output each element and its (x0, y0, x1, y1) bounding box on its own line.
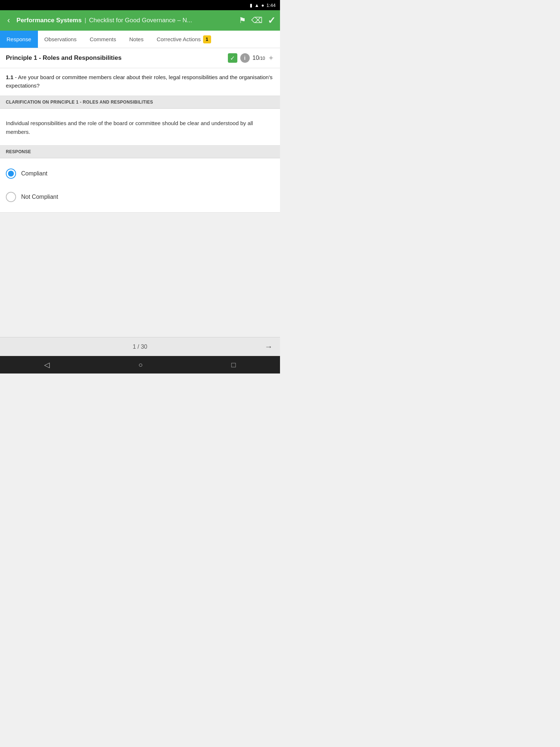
android-nav-bar: ◁ ○ □ (0, 356, 280, 374)
radio-not-compliant-circle[interactable] (6, 192, 16, 202)
nav-title: Performance Systems | Checklist for Good… (16, 17, 235, 24)
nav-actions: ⚑ ⌫ ✓ (239, 15, 276, 26)
clarification-header: CLARIFICATION ON PRINCIPLE 1 - ROLES AND… (0, 96, 280, 109)
main-content: Principle 1 - Roles and Responsibilities… (0, 48, 280, 213)
compliant-check-icon: ✓ (228, 53, 237, 63)
tab-corrective-actions[interactable]: Corrective Actions 1 (150, 31, 218, 48)
tab-notes[interactable]: Notes (122, 31, 150, 48)
status-bar: ▮ ▲ ● 1:44 (0, 0, 280, 10)
tab-response[interactable]: Response (0, 31, 38, 48)
clarification-body: Individual responsibilities and the role… (0, 109, 280, 146)
next-button[interactable]: → (265, 342, 273, 352)
principle-header: Principle 1 - Roles and Responsibilities… (0, 48, 280, 68)
score-value: 10/10 (253, 55, 265, 61)
eraser-icon[interactable]: ⌫ (251, 16, 262, 25)
corrective-actions-badge: 1 (203, 35, 211, 43)
android-home-button[interactable]: ○ (131, 358, 150, 372)
tab-observations[interactable]: Observations (38, 31, 83, 48)
question-text: 1.1 - Are your board or committee member… (6, 73, 274, 90)
principle-title: Principle 1 - Roles and Responsibilities (6, 54, 121, 62)
radio-compliant-label: Compliant (21, 170, 47, 177)
settings-icon[interactable]: ✦ (268, 54, 274, 62)
radio-option-not-compliant[interactable]: Not Compliant (0, 185, 280, 209)
question-number: 1.1 (6, 74, 13, 80)
signal-icon: ● (261, 3, 264, 8)
flag-icon[interactable]: ⚑ (239, 16, 246, 25)
app-name: Performance Systems (16, 17, 82, 24)
clock: 1:44 (267, 3, 276, 8)
doc-title: Checklist for Good Governance – N... (89, 17, 192, 24)
android-back-button[interactable]: ◁ (37, 357, 57, 372)
radio-compliant-circle[interactable] (6, 169, 16, 179)
info-icon[interactable]: i (240, 53, 250, 63)
status-icons: ▮ ▲ ● 1:44 (250, 3, 276, 8)
nav-bar: ‹ Performance Systems | Checklist for Go… (0, 10, 280, 31)
wifi-icon: ▲ (254, 3, 259, 8)
pagination-text: 1 / 30 (0, 344, 280, 350)
radio-option-compliant[interactable]: Compliant (0, 162, 280, 185)
principle-meta: ✓ i 10/10 ✦ (228, 53, 274, 63)
radio-not-compliant-label: Not Compliant (21, 194, 58, 200)
response-header: RESPONSE (0, 146, 280, 158)
tab-comments[interactable]: Comments (83, 31, 123, 48)
confirm-icon[interactable]: ✓ (268, 15, 276, 26)
back-button[interactable]: ‹ (4, 14, 13, 27)
tab-bar: Response Observations Comments Notes Cor… (0, 31, 280, 48)
battery-icon: ▮ (250, 3, 252, 8)
question-area: 1.1 - Are your board or committee member… (0, 68, 280, 96)
response-options: Compliant Not Compliant (0, 158, 280, 213)
pagination-bar: 1 / 30 → (0, 337, 280, 356)
android-recents-button[interactable]: □ (224, 358, 243, 372)
title-separator: | (85, 17, 86, 24)
